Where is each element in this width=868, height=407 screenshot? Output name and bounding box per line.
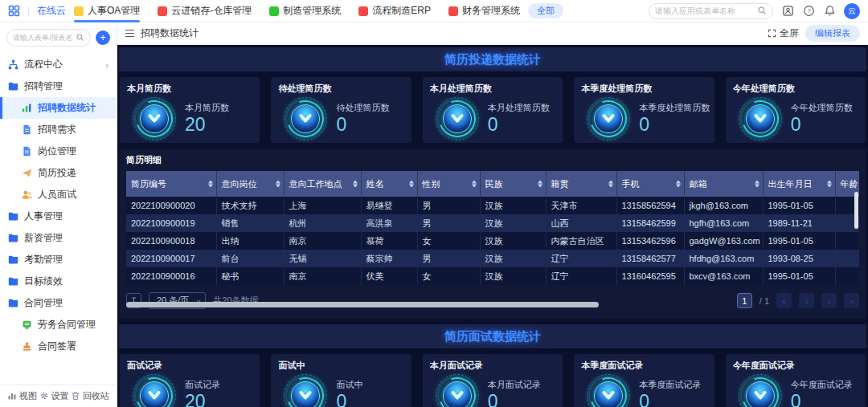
cell: 山西 (546, 214, 616, 232)
sidebar-item-3[interactable]: 招聘需求 (0, 119, 117, 140)
app-tab-4[interactable]: 财务管理系统 (448, 0, 520, 22)
sidebar-footer-item-2[interactable]: 回收站 (71, 390, 109, 402)
sidebar-item-13[interactable]: 合同签署 (0, 336, 117, 357)
cell: 杭州 (284, 214, 361, 232)
folder-icon (8, 298, 18, 308)
bell-icon[interactable] (823, 5, 836, 18)
cell: 无锡 (284, 250, 361, 267)
table-row-3[interactable]: 2022100900017前台无锡蔡宗帅男汉族辽宁13158462577hfdh… (126, 250, 859, 267)
sidebar-item-7[interactable]: 人事管理 (0, 206, 117, 227)
column-header-8[interactable]: 邮箱 (684, 171, 763, 197)
column-header-2[interactable]: 意向工作地点 (284, 171, 361, 197)
sidebar-item-11[interactable]: 合同管理 (0, 292, 117, 314)
stat-card-title: 本季度处理简历数 (581, 83, 706, 95)
sidebar-search[interactable] (6, 29, 91, 47)
sidebar-search-input[interactable] (13, 34, 73, 42)
next-page-button[interactable]: › (821, 293, 837, 308)
sidebar-footer: 视图设置回收站 (0, 385, 117, 407)
horizontal-scrollbar-thumb[interactable] (126, 302, 599, 307)
app-tab-3[interactable]: 流程制造ERP (358, 0, 431, 22)
interview-stat-card-4: 今年度面试记录今年度面试记录0 (726, 354, 866, 407)
sidebar-item-10[interactable]: 目标绩效 (0, 271, 117, 292)
sort-icon[interactable] (755, 181, 760, 188)
column-header-label: 邮箱 (690, 179, 707, 189)
cell: 销售 (216, 214, 284, 232)
sort-icon[interactable] (827, 181, 832, 188)
sidebar-footer-item-0[interactable]: 视图 (7, 390, 37, 402)
stat-label: 本季度面试记录 (639, 379, 701, 391)
sort-icon[interactable] (676, 181, 681, 188)
column-header-9[interactable]: 出生年月日 (763, 171, 835, 197)
prev-page-button[interactable]: ‹ (799, 293, 814, 308)
app-tab-2[interactable]: 制造管理系统 (269, 0, 341, 22)
app-tab-0[interactable]: 人事OA管理 (74, 0, 140, 22)
view-icon (7, 391, 17, 402)
interview-stat-card-0: 面试记录面试记录20 (120, 354, 260, 407)
folder-icon (8, 233, 18, 243)
help-icon[interactable]: ? (802, 5, 815, 18)
sidebar-item-5[interactable]: 简历投递 (0, 162, 117, 184)
sidebar-item-label: 薪资管理 (24, 231, 63, 245)
sort-icon[interactable] (538, 181, 542, 188)
stat-card-title: 待处理简历数 (278, 83, 403, 95)
column-header-1[interactable]: 意向岗位 (216, 171, 284, 197)
all-apps-chip[interactable]: 全部 (528, 3, 563, 18)
user-avatar[interactable]: 云 (844, 3, 860, 19)
workbench-icon[interactable] (781, 5, 794, 18)
add-button[interactable]: + (96, 31, 110, 45)
current-page[interactable]: 1 (737, 293, 752, 308)
sort-icon[interactable] (409, 181, 414, 188)
stat-value: 20 (185, 392, 220, 407)
gauge-icon (133, 375, 175, 407)
sidebar-item-1[interactable]: 招聘管理 (0, 75, 117, 97)
stamp-icon (22, 341, 32, 352)
table-row-2[interactable]: 2022100900018出纳南京慕荷女汉族内蒙古自治区13153462596g… (126, 232, 859, 250)
table-row-1[interactable]: 2022100900019销售杭州高洪泉男汉族山西13158462599hgfh… (126, 214, 859, 232)
app-tab-1[interactable]: 云进销存-仓库管理 (158, 0, 252, 22)
sort-icon[interactable] (608, 181, 613, 188)
sidebar-item-12[interactable]: 劳务合同管理 (0, 314, 117, 336)
sort-icon[interactable] (353, 181, 358, 188)
cell: 27 (835, 232, 859, 250)
app-tab-icon (74, 6, 84, 16)
stat-value: 0 (639, 115, 710, 135)
sidebar-item-4[interactable]: 岗位管理 (0, 140, 117, 162)
global-search[interactable] (649, 3, 773, 19)
fullscreen-button[interactable]: 全屏 (768, 26, 799, 40)
first-page-button[interactable]: « (776, 293, 792, 308)
sidebar-item-9[interactable]: 考勤管理 (0, 249, 117, 271)
sidebar-footer-item-1[interactable]: 设置 (39, 390, 69, 402)
stat-label: 本月面试记录 (488, 379, 541, 391)
sort-icon[interactable] (276, 181, 280, 188)
sidebar-item-8[interactable]: 薪资管理 (0, 227, 117, 249)
last-page-button[interactable]: » (844, 293, 859, 308)
sort-icon[interactable] (472, 181, 477, 188)
workflow-icon (8, 59, 18, 70)
sidebar-item-0[interactable]: 流程中心› (0, 54, 117, 75)
column-header-4[interactable]: 性别 (417, 171, 480, 197)
resume-stat-card-2: 本月处理简历数本月处理简历数0 (423, 77, 563, 143)
gauge-icon (588, 375, 629, 407)
edit-report-button[interactable]: 编辑报表 (805, 25, 860, 42)
column-header-7[interactable]: 手机 (616, 171, 684, 197)
gauge-icon (739, 98, 781, 140)
footer-item-label: 设置 (51, 390, 69, 402)
column-header-6[interactable]: 籍贯 (546, 171, 616, 197)
column-header-label: 手机 (622, 179, 640, 189)
sidebar-item-label: 考勤管理 (24, 253, 63, 267)
table-row-0[interactable]: 2022100900020技术支持上海易继登男汉族天津市13158562594j… (126, 197, 859, 214)
sidebar-item-6[interactable]: 人员面试 (0, 184, 117, 206)
menu-icon[interactable] (125, 30, 134, 38)
search-icon (76, 31, 84, 45)
vertical-scrollbar-thumb[interactable] (854, 192, 858, 229)
stat-value: 0 (791, 115, 853, 135)
apps-grid-icon[interactable] (8, 5, 20, 17)
column-header-5[interactable]: 民族 (480, 171, 546, 197)
home-link[interactable]: 在线云 (37, 4, 66, 18)
sort-icon[interactable] (208, 181, 213, 188)
column-header-0[interactable]: 简历编号 (126, 171, 216, 197)
column-header-3[interactable]: 姓名 (361, 171, 417, 197)
sidebar-item-2[interactable]: 招聘数据统计 (0, 97, 117, 119)
global-search-input[interactable] (655, 6, 754, 15)
table-row-4[interactable]: 2022100900016秘书南京伏美女汉族辽宁13160462595bxcv@… (126, 267, 859, 285)
